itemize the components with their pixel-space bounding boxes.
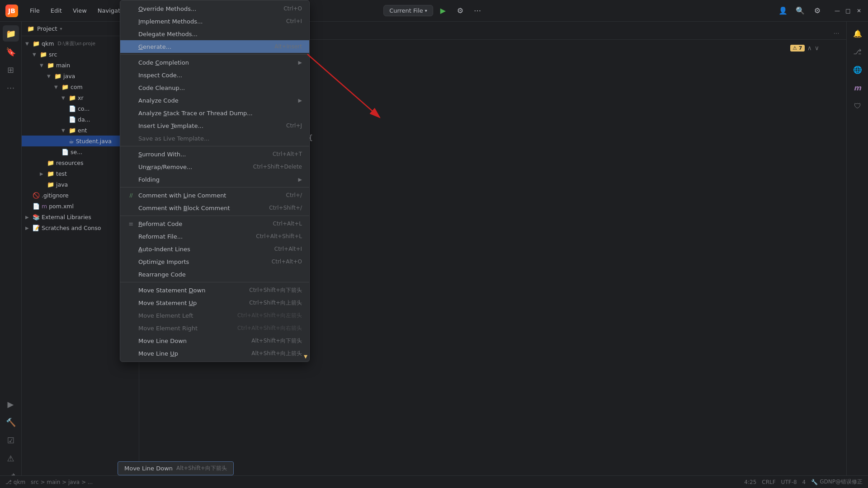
menu-code-cleanup[interactable]: Code Cleanup... [120,81,309,94]
submenu-arrow-icon: ▶ [298,60,302,66]
menu-analyze-code[interactable]: Analyze Code ▶ [120,94,309,107]
separator [120,187,309,188]
line-comment-icon: // [127,193,135,198]
menu-move-element-left: Move Element Left Ctrl+Alt+Shift+向左箭头 [120,309,309,322]
menu-auto-indent[interactable]: Auto-Indent Lines Ctrl+Alt+I [120,243,309,255]
menu-delegate-methods[interactable]: Delegate Methods... [120,28,309,40]
menu-code-completion[interactable]: Code Completion ▶ [120,56,309,69]
separator [120,54,309,55]
menu-optimize-imports[interactable]: Optimize Imports Ctrl+Alt+O [120,255,309,268]
menu-comment-line[interactable]: // Comment with Line Comment Ctrl+/ [120,189,309,202]
menu-move-line-up[interactable]: Move Line Up Alt+Shift+向上箭头 ▾ [120,347,309,360]
menu-save-live-template: Save as Live Template... [120,132,309,145]
menu-generate[interactable]: Generate... Alt+Insert [120,40,309,53]
menu-move-element-right: Move Element Right Ctrl+Alt+Shift+向右箭头 [120,322,309,334]
menu-reformat-code[interactable]: ≡ Reformat Code Ctrl+Alt+L [120,217,309,230]
menu-insert-live-template[interactable]: Insert Live Template... Ctrl+J [120,119,309,132]
menu-inspect-code[interactable]: Inspect Code... [120,69,309,81]
submenu-arrow-icon: ▶ [298,177,302,183]
separator [120,216,309,216]
submenu-arrow-icon: ▶ [298,98,302,103]
separator [120,282,309,282]
context-menu: Override Methods... Ctrl+O Implement Met… [120,0,310,362]
menu-surround-with[interactable]: Surround With... Ctrl+Alt+T [120,148,309,160]
menu-unwrap-remove[interactable]: Unwrap/Remove... Ctrl+Shift+Delete [120,160,309,173]
menu-reformat-file[interactable]: Reformat File... Ctrl+Alt+Shift+L [120,230,309,243]
menu-implement-methods[interactable]: Implement Methods... Ctrl+I [120,15,309,28]
context-menu-overlay[interactable]: Override Methods... Ctrl+O Implement Met… [0,0,868,488]
menu-move-statement-down[interactable]: Move Statement Down Ctrl+Shift+向下箭头 [120,284,309,296]
menu-move-line-down[interactable]: Move Line Down Alt+Shift+向下箭头 [120,334,309,347]
menu-override-methods[interactable]: Override Methods... Ctrl+O [120,2,309,15]
separator [120,146,309,146]
menu-move-statement-up[interactable]: Move Statement Up Ctrl+Shift+向上箭头 [120,296,309,309]
menu-rearrange-code[interactable]: Rearrange Code [120,268,309,281]
reformat-icon: ≡ [127,221,135,227]
menu-folding[interactable]: Folding ▶ [120,173,309,186]
menu-analyze-stack-trace[interactable]: Analyze Stack Trace or Thread Dump... [120,107,309,119]
menu-comment-block[interactable]: Comment with Block Comment Ctrl+Shift+/ [120,202,309,214]
scroll-down-indicator: ▾ [304,352,307,361]
